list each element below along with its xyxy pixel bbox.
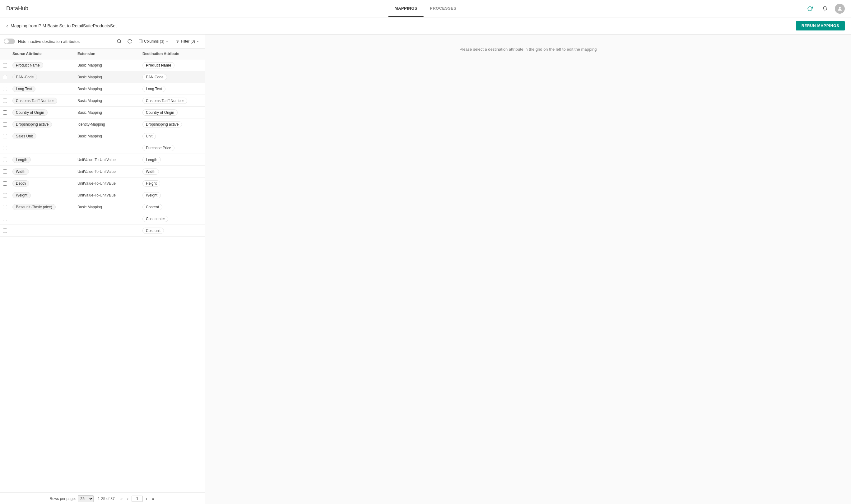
extension-cell: UnitValue-To-UnitValue (75, 192, 140, 199)
extension-cell: Basic Mapping (75, 62, 140, 69)
row-checkbox[interactable] (3, 193, 7, 197)
row-checkbox[interactable] (3, 122, 7, 127)
row-checkbox-cell (0, 215, 10, 222)
row-checkbox[interactable] (3, 75, 7, 79)
source-attribute-cell (10, 218, 75, 220)
page-input[interactable] (131, 496, 143, 502)
destination-attribute-cell: Customs Tariff Number (140, 96, 205, 105)
next-page-button[interactable]: › (145, 496, 149, 502)
table-row[interactable]: Sales UnitBasic MappingUnit (0, 130, 205, 142)
rows-per-page-select[interactable]: 25 50 100 (78, 495, 94, 502)
row-checkbox[interactable] (3, 87, 7, 91)
row-checkbox[interactable] (3, 110, 7, 115)
table-row[interactable]: WeightUnitValue-To-UnitValueWeight (0, 190, 205, 201)
row-checkbox[interactable] (3, 205, 7, 209)
source-attribute-cell (10, 147, 75, 149)
row-checkbox[interactable] (3, 63, 7, 68)
hide-inactive-toggle[interactable] (4, 39, 15, 44)
source-chip: Baseunit (Basic price) (13, 204, 56, 210)
destination-attribute-cell: Cost unit (140, 226, 205, 235)
table-row[interactable]: Cost center (0, 213, 205, 225)
table-row[interactable]: Cost unit (0, 225, 205, 237)
tab-mappings[interactable]: MAPPINGS (389, 0, 424, 17)
first-page-button[interactable]: « (119, 496, 124, 502)
svg-point-0 (839, 7, 841, 9)
columns-label: Columns (3) (144, 39, 164, 43)
table-row[interactable]: WidthUnitValue-To-UnitValueWidth (0, 166, 205, 178)
source-chip: Dropshipping active (13, 121, 52, 127)
bell-icon-btn[interactable] (820, 4, 830, 14)
breadcrumb-text: Mapping from PIM Basic Set to RetailSuit… (11, 23, 117, 28)
destination-chip: Product Name (142, 62, 175, 68)
prev-page-button[interactable]: ‹ (126, 496, 130, 502)
table-row[interactable]: Country of OriginBasic MappingCountry of… (0, 107, 205, 119)
extension-cell: Basic Mapping (75, 74, 140, 80)
destination-chip: Content (142, 204, 162, 210)
row-checkbox-cell (0, 97, 10, 104)
filter-button[interactable]: Filter (0) (174, 38, 201, 45)
tab-processes[interactable]: PROCESSES (424, 0, 462, 17)
destination-attribute-cell: Dropshipping active (140, 120, 205, 129)
table-row[interactable]: Long TextBasic MappingLong Text (0, 83, 205, 95)
table-row[interactable]: Customs Tariff NumberBasic MappingCustom… (0, 95, 205, 107)
row-checkbox[interactable] (3, 181, 7, 186)
pagination-info: 1-25 of 37 (98, 497, 115, 501)
table-row[interactable]: Baseunit (Basic price)Basic MappingConte… (0, 201, 205, 213)
destination-attribute-cell: Unit (140, 132, 205, 141)
destination-attribute-cell: Purchase Price (140, 144, 205, 152)
table-row[interactable]: Dropshipping activeIdentity-MappingDrops… (0, 119, 205, 130)
row-checkbox-cell (0, 192, 10, 199)
source-attribute-cell (10, 230, 75, 232)
main-content: Hide inactive destination attributes Col… (0, 35, 851, 504)
destination-attribute-cell: Cost center (140, 215, 205, 223)
avatar[interactable] (835, 4, 845, 14)
table-row[interactable]: EAN-CodeBasic MappingEAN Code (0, 71, 205, 83)
extension-cell (75, 147, 140, 149)
table-row[interactable]: DepthUnitValue-To-UnitValueHeight (0, 178, 205, 190)
source-attribute-cell: Baseunit (Basic price) (10, 203, 75, 212)
row-checkbox-cell (0, 86, 10, 92)
destination-chip: Customs Tariff Number (142, 97, 187, 104)
source-attribute-cell: Customs Tariff Number (10, 96, 75, 105)
source-attribute-cell: Length (10, 156, 75, 164)
row-checkbox[interactable] (3, 98, 7, 103)
destination-chip: Long Text (142, 86, 165, 92)
destination-chip: Width (142, 168, 159, 175)
row-checkbox[interactable] (3, 169, 7, 174)
filter-label: Filter (0) (181, 39, 195, 43)
row-checkbox-cell (0, 180, 10, 187)
row-checkbox[interactable] (3, 217, 7, 221)
row-checkbox[interactable] (3, 134, 7, 138)
table-row[interactable]: Product NameBasic MappingProduct Name (0, 59, 205, 71)
back-button[interactable]: ‹ (6, 23, 8, 29)
extension-cell (75, 218, 140, 220)
row-checkbox[interactable] (3, 146, 7, 150)
row-checkbox-cell (0, 145, 10, 151)
source-chip: Sales Unit (13, 133, 36, 139)
columns-button[interactable]: Columns (3) (137, 38, 171, 45)
top-nav-actions (805, 4, 845, 14)
destination-attribute-cell: Product Name (140, 61, 205, 70)
top-nav: DataHub MAPPINGS PROCESSES (0, 0, 851, 17)
source-chip: Country of Origin (13, 109, 48, 116)
refresh-icon-btn[interactable] (805, 4, 815, 14)
grid-body: Product NameBasic MappingProduct NameEAN… (0, 59, 205, 492)
search-icon-btn[interactable] (116, 38, 123, 45)
rows-per-page-label: Rows per page: (50, 497, 75, 501)
destination-attribute-cell: Country of Origin (140, 108, 205, 117)
source-attribute-cell: Sales Unit (10, 132, 75, 141)
source-chip: Long Text (13, 86, 35, 92)
last-page-button[interactable]: » (150, 496, 156, 502)
table-row[interactable]: LengthUnitValue-To-UnitValueLength (0, 154, 205, 166)
extension-cell: UnitValue-To-UnitValue (75, 180, 140, 187)
source-chip: Depth (13, 180, 29, 186)
rerun-mappings-button[interactable]: RERUN MAPPINGS (796, 21, 845, 31)
row-checkbox[interactable] (3, 158, 7, 162)
table-row[interactable]: Purchase Price (0, 142, 205, 154)
row-checkbox[interactable] (3, 229, 7, 233)
source-chip: Weight (13, 192, 31, 198)
source-attribute-cell: Depth (10, 179, 75, 188)
refresh-grid-icon-btn[interactable] (126, 38, 134, 45)
extension-cell (75, 230, 140, 232)
extension-cell: Basic Mapping (75, 86, 140, 92)
